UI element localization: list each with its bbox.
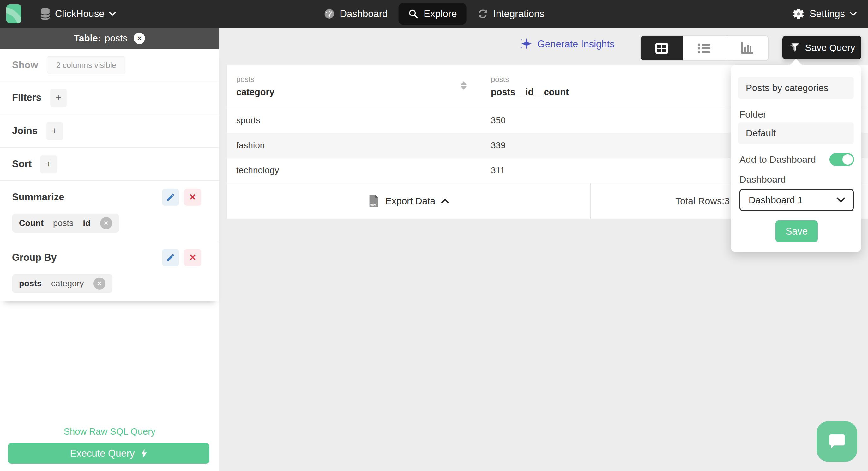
chevron-down-icon xyxy=(109,12,116,16)
folder-input[interactable]: Default xyxy=(738,122,854,144)
chevron-up-icon xyxy=(441,199,449,204)
execute-query-button[interactable]: Execute Query xyxy=(8,443,210,464)
nav-explore[interactable]: Explore xyxy=(398,3,466,25)
sort-desc-icon xyxy=(461,86,467,90)
chat-widget-button[interactable] xyxy=(816,421,857,462)
save-query-button[interactable]: Save Query xyxy=(782,36,861,59)
csv-file-icon: csv xyxy=(368,194,380,208)
total-rows-label: Total Rows: xyxy=(675,196,724,206)
remove-summarize-button[interactable]: ✕ xyxy=(184,189,201,206)
lightning-icon xyxy=(141,449,148,458)
generate-insights-button[interactable]: Generate Insights xyxy=(520,37,615,51)
cell-category: sports xyxy=(227,115,480,125)
chat-bubble-icon xyxy=(827,432,847,451)
add-sort-button[interactable]: + xyxy=(40,155,57,173)
view-list-button[interactable] xyxy=(683,36,725,60)
group-by-section: Group By ✕ xyxy=(0,241,219,274)
nav-explore-label: Explore xyxy=(424,8,457,20)
group-by-label: Group By xyxy=(12,252,57,263)
query-builder-sidebar: Table: posts ✕ Show 2 columns visible Fi… xyxy=(0,28,219,471)
chevron-down-icon xyxy=(836,197,845,203)
database-icon xyxy=(39,8,51,20)
sort-label: Sort xyxy=(12,158,32,170)
add-to-dashboard-toggle[interactable] xyxy=(830,153,854,166)
sort-toggle-icon[interactable] xyxy=(461,81,467,90)
view-switcher xyxy=(640,35,769,61)
sync-icon xyxy=(477,8,488,20)
column-table-name: posts xyxy=(236,75,480,84)
joins-section: Joins + xyxy=(0,114,219,147)
remove-chip-icon[interactable]: ✕ xyxy=(93,277,105,290)
show-label: Show xyxy=(12,59,38,71)
add-filter-button[interactable]: + xyxy=(50,89,67,107)
show-section: Show 2 columns visible xyxy=(0,49,219,81)
remove-table-icon[interactable]: ✕ xyxy=(134,33,145,44)
nav-integrations-label: Integrations xyxy=(493,8,544,20)
view-chart-button[interactable] xyxy=(725,36,768,60)
add-join-button[interactable]: + xyxy=(46,122,63,140)
app-root: ClickHouse Dashboard Explore xyxy=(0,0,868,471)
table-view-icon xyxy=(654,42,669,55)
column-name: category xyxy=(236,87,480,97)
svg-text:csv: csv xyxy=(370,203,376,206)
export-data-button[interactable]: csv Export Data xyxy=(227,183,590,219)
export-data-label: Export Data xyxy=(385,196,435,206)
gauge-icon xyxy=(324,8,335,20)
cell-category: fashion xyxy=(227,140,480,150)
chip-column: category xyxy=(51,279,84,289)
columns-visible-badge[interactable]: 2 columns visible xyxy=(47,56,125,74)
column-header-category[interactable]: posts category xyxy=(227,65,480,108)
execute-query-label: Execute Query xyxy=(70,448,134,459)
total-rows: Total Rows: 3 xyxy=(675,183,730,219)
table-name: posts xyxy=(105,33,128,43)
nav-dashboard[interactable]: Dashboard xyxy=(324,8,388,20)
dashboard-select-value: Dashboard 1 xyxy=(749,195,803,205)
add-to-dashboard-label: Add to Dashboard xyxy=(739,154,816,165)
filter-icon xyxy=(789,42,800,53)
chip-table: posts xyxy=(53,218,73,228)
chip-aggregation: Count xyxy=(19,218,43,228)
edit-group-by-button[interactable] xyxy=(162,249,179,266)
remove-group-by-button[interactable]: ✕ xyxy=(184,249,201,266)
filters-label: Filters xyxy=(12,92,41,104)
filters-section: Filters + xyxy=(0,81,219,114)
total-rows-value: 3 xyxy=(724,196,730,206)
bar-chart-icon xyxy=(740,42,754,55)
footer-divider xyxy=(590,183,591,219)
folder-label: Folder xyxy=(739,109,766,120)
settings-menu[interactable]: Settings xyxy=(792,0,857,28)
show-raw-sql-link[interactable]: Show Raw SQL Query xyxy=(0,426,219,437)
sort-section: Sort + xyxy=(0,148,219,180)
nav-integrations[interactable]: Integrations xyxy=(477,8,544,20)
toggle-knob xyxy=(842,154,853,165)
edit-summarize-button[interactable] xyxy=(162,189,179,206)
pencil-icon xyxy=(166,253,175,262)
list-view-icon xyxy=(697,42,712,55)
save-query-popover: Posts by categories Folder Default Add t… xyxy=(731,65,861,252)
nav-dashboard-label: Dashboard xyxy=(340,8,388,20)
summarize-chips: Count posts id ✕ xyxy=(0,214,219,241)
group-by-chip[interactable]: posts category ✕ xyxy=(12,274,113,293)
sparkle-icon xyxy=(520,37,532,51)
search-icon xyxy=(408,8,418,19)
generate-insights-label: Generate Insights xyxy=(537,38,615,50)
remove-chip-icon[interactable]: ✕ xyxy=(100,217,112,229)
summarize-section: Summarize ✕ xyxy=(0,181,219,214)
pencil-icon xyxy=(166,193,175,202)
brand-name: ClickHouse xyxy=(55,8,104,20)
settings-label: Settings xyxy=(810,8,845,20)
summarize-chip[interactable]: Count posts id ✕ xyxy=(12,214,119,233)
view-table-button[interactable] xyxy=(641,36,683,60)
cell-category: technology xyxy=(227,165,480,175)
builder-sections: Show 2 columns visible Filters + Joins +… xyxy=(0,49,219,301)
sort-asc-icon xyxy=(461,81,467,85)
dashboard-select[interactable]: Dashboard 1 xyxy=(739,189,854,211)
query-name-input[interactable]: Posts by categories xyxy=(738,77,854,99)
group-by-chips: posts category ✕ xyxy=(0,274,219,301)
popover-arrow xyxy=(790,59,802,71)
app-logo xyxy=(6,4,22,23)
table-label: Table: xyxy=(74,33,101,43)
chip-table: posts xyxy=(19,279,42,289)
brand-switcher[interactable]: ClickHouse xyxy=(6,0,116,28)
popover-save-button[interactable]: Save xyxy=(775,220,818,242)
